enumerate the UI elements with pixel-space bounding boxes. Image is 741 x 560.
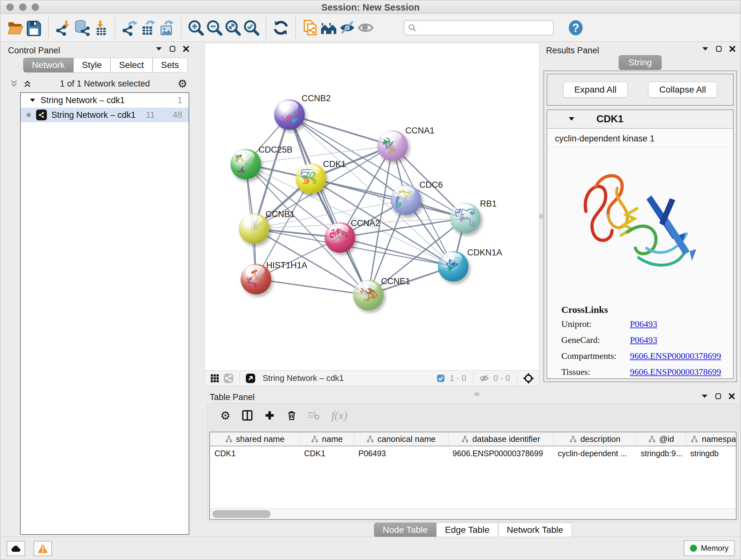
tab-network[interactable]: Network	[23, 58, 73, 72]
network-node-ccne1[interactable]	[353, 280, 384, 310]
zoom-out-button[interactable]	[205, 18, 224, 38]
refresh-button[interactable]	[272, 18, 290, 38]
network-node-ccnb2[interactable]	[274, 99, 305, 130]
export-image-icon	[158, 19, 175, 36]
gene-header-row[interactable]: CDK1	[547, 110, 733, 129]
tab-node-table[interactable]: Node Table	[374, 523, 436, 537]
tab-string[interactable]: String	[618, 55, 662, 70]
hide-selected-button[interactable]	[338, 18, 356, 38]
search-input[interactable]	[404, 20, 554, 36]
splitter-handle[interactable]	[539, 213, 543, 219]
network-node-cdkn1a[interactable]	[438, 251, 468, 282]
delete-table-icon[interactable]	[308, 411, 320, 420]
panel-float-icon[interactable]	[715, 393, 722, 399]
save-session-button[interactable]	[24, 18, 43, 38]
detach-view-icon[interactable]	[244, 373, 258, 383]
collapse-all-icon[interactable]	[9, 79, 19, 88]
column-header-description[interactable]: description	[553, 432, 636, 446]
panel-close-icon[interactable]	[183, 46, 189, 52]
crosslink-link[interactable]: P06493	[630, 335, 657, 345]
panel-close-icon[interactable]	[729, 393, 735, 399]
import-network-database-button[interactable]	[72, 18, 91, 38]
collapse-all-button[interactable]: Collapse All	[648, 82, 717, 98]
protein-structure-thumbnail	[357, 285, 379, 305]
column-header-namespace[interactable]: namespace	[686, 432, 737, 446]
export-table-button[interactable]	[139, 18, 157, 38]
first-neighbors-button[interactable]	[320, 18, 338, 38]
network-row-selected[interactable]: String Network – cdk1 11 48	[21, 108, 189, 122]
show-all-button[interactable]	[356, 18, 375, 38]
grid-view-icon[interactable]	[208, 374, 221, 383]
network-edge[interactable]	[289, 115, 393, 145]
memory-button[interactable]: Memory	[684, 540, 735, 556]
network-canvas[interactable]: CCNB2CCNA1CDC25BCDK1CDC6RB1CCNB1CCNA2CDK…	[205, 44, 539, 370]
tab-select[interactable]: Select	[111, 58, 152, 72]
show-columns-icon[interactable]	[242, 410, 253, 421]
zoom-in-button[interactable]	[187, 18, 205, 38]
crosslink-link[interactable]: 9606.ENSP00000378699	[630, 367, 721, 377]
table-cell[interactable]: CDK1	[300, 449, 354, 458]
panel-float-icon[interactable]	[170, 46, 176, 52]
delete-column-icon[interactable]	[286, 410, 297, 421]
crosslink-link[interactable]: P06493	[630, 319, 657, 329]
panel-menu-icon[interactable]	[155, 47, 162, 51]
import-network-file-button[interactable]	[54, 18, 72, 38]
hidden-eye-icon[interactable]	[477, 374, 491, 383]
open-session-button[interactable]	[6, 18, 24, 38]
table-cell[interactable]: 9606.ENSP00000378699	[448, 449, 553, 458]
tab-sets[interactable]: Sets	[152, 58, 188, 72]
birds-eye-crosshair-icon[interactable]	[521, 373, 536, 384]
table-settings-gear-icon[interactable]: ⚙	[220, 409, 230, 422]
scrollbar-thumb[interactable]	[212, 510, 271, 518]
panel-menu-icon[interactable]	[702, 47, 709, 51]
table-cell[interactable]: stringdb	[686, 449, 737, 458]
function-builder-icon[interactable]: f(x)	[331, 409, 347, 422]
panel-close-icon[interactable]	[729, 46, 736, 52]
network-node-rb1[interactable]	[450, 203, 481, 233]
help-button[interactable]: ?	[566, 18, 585, 38]
zoom-selected-button[interactable]	[242, 18, 261, 38]
tab-style[interactable]: Style	[73, 58, 111, 72]
table-row[interactable]: CDK1CDK1P064939606.ENSP00000378699cyclin…	[210, 446, 736, 460]
table-cell[interactable]: cyclin-dependent ...	[553, 449, 636, 458]
crosslink-link[interactable]: 9606.ENSP00000378699	[630, 351, 721, 361]
network-node-ccna1[interactable]	[377, 130, 408, 161]
export-image-button[interactable]	[157, 18, 176, 38]
table-h-scrollbar[interactable]	[210, 508, 736, 519]
expand-all-button[interactable]: Expand All	[563, 82, 628, 98]
zoom-fit-icon	[225, 19, 241, 36]
tab-edge-table[interactable]: Edge Table	[436, 523, 498, 537]
network-node-cdk1[interactable]	[295, 163, 326, 194]
column-header-canonical-name[interactable]: canonical name	[354, 432, 448, 446]
clone-network-button[interactable]	[301, 18, 320, 38]
add-column-icon[interactable]	[264, 410, 275, 421]
collapse-gene-icon[interactable]	[568, 117, 575, 121]
column-header-name[interactable]: name	[300, 432, 354, 446]
network-node-cdc6[interactable]	[391, 185, 421, 215]
column-header--id[interactable]: @id	[636, 432, 686, 446]
export-network-button[interactable]	[120, 18, 139, 38]
network-edge[interactable]	[256, 279, 368, 295]
network-share-icon[interactable]	[221, 373, 235, 383]
network-view-title: String Network – cdk1	[263, 373, 344, 383]
table-cell[interactable]: CDK1	[210, 449, 300, 458]
selected-checkbox-icon[interactable]	[434, 374, 447, 383]
tree-expander-icon[interactable]	[30, 98, 36, 103]
panel-float-icon[interactable]	[716, 46, 722, 52]
warnings-button[interactable]	[33, 541, 52, 556]
splitter-handle[interactable]	[474, 392, 480, 396]
network-node-cdc25b[interactable]	[230, 149, 261, 179]
cloud-status-button[interactable]	[7, 541, 25, 556]
column-header-shared-name[interactable]: shared name	[210, 432, 300, 446]
zoom-fit-button[interactable]	[224, 18, 242, 38]
panel-menu-icon[interactable]	[701, 394, 708, 398]
import-table-button[interactable]	[91, 18, 110, 38]
expand-all-icon[interactable]	[23, 79, 32, 88]
table-cell[interactable]: stringdb:9...	[636, 449, 686, 458]
column-header-database-identifier[interactable]: database identifier	[448, 432, 553, 446]
network-node-ccnb1[interactable]	[239, 213, 269, 244]
table-cell[interactable]: P06493	[354, 449, 448, 458]
tab-network-table[interactable]: Network Table	[498, 523, 572, 537]
network-collection-row[interactable]: String Network – cdk1 1	[21, 93, 189, 108]
network-options-gear-icon[interactable]: ⚙	[178, 77, 187, 90]
